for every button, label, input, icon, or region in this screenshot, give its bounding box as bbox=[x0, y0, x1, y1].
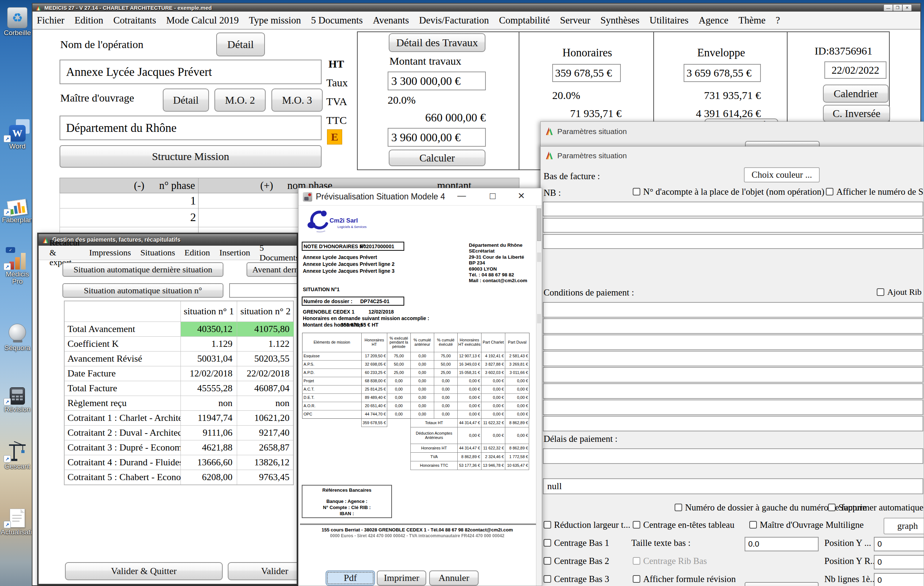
imprimer-button[interactable]: Imprimer bbox=[377, 571, 426, 586]
operation-input[interactable]: Annexe Lycée Jacques Prévert bbox=[59, 60, 322, 84]
centrage-bas3-checkbox[interactable] bbox=[544, 575, 551, 583]
valider-button[interactable]: Valider bbox=[228, 562, 298, 580]
menu-item[interactable]: Agence bbox=[698, 15, 728, 26]
menu-item[interactable]: Thème bbox=[739, 15, 766, 26]
detail-travaux-button[interactable]: Détail des Travaux bbox=[389, 33, 485, 52]
null-field[interactable]: null bbox=[543, 478, 923, 494]
desktop-icon-corbeille[interactable]: ♻ Corbeille bbox=[1, 6, 34, 36]
avenant-dernier-button[interactable]: Avenant dernier p bbox=[246, 262, 298, 277]
formule-revision-checkbox[interactable] bbox=[633, 575, 640, 583]
menu-item[interactable]: Insertion bbox=[219, 248, 250, 258]
close-button[interactable]: ✕ bbox=[903, 4, 912, 11]
gestion-table-row[interactable]: Cotraitant 2 : Duval - Architecture 9111… bbox=[64, 425, 293, 440]
situation-auto-n-button[interactable]: Situation automatique situation n° bbox=[63, 283, 223, 298]
preview-maximize-button[interactable]: □ bbox=[490, 190, 495, 202]
taille-texte-input[interactable]: 0.0 bbox=[745, 537, 818, 551]
calendrier-button[interactable]: Calendrier bbox=[823, 84, 889, 103]
numero-situation-checkbox[interactable] bbox=[826, 188, 833, 195]
menu-item[interactable]: Fichier bbox=[37, 15, 64, 26]
supprimer-checkbox[interactable] bbox=[828, 503, 836, 511]
honoraires-input[interactable]: 359 678,55 € bbox=[552, 64, 621, 82]
menu-item[interactable]: Devis/Facturation bbox=[419, 15, 489, 26]
menu-item[interactable]: Edition bbox=[74, 15, 103, 26]
menu-item[interactable]: ? bbox=[776, 15, 780, 26]
nb-lignes-input[interactable]: 0 bbox=[874, 573, 924, 586]
situation-n-input[interactable] bbox=[229, 283, 298, 298]
conditions-field[interactable] bbox=[543, 367, 923, 382]
gestion-table-row[interactable]: Cotraitant 4 : Durand - Fluides 13666,60… bbox=[64, 455, 293, 470]
dossier-gauche-checkbox[interactable] bbox=[675, 503, 682, 511]
menu-item[interactable]: 5 Documents bbox=[259, 243, 298, 263]
valider-quitter-button[interactable]: Valider & Quitter bbox=[65, 562, 223, 580]
conditions-field[interactable] bbox=[543, 334, 923, 350]
conditions-field[interactable] bbox=[543, 351, 923, 366]
phase-plus[interactable]: (+) bbox=[260, 180, 273, 192]
position-yr-input[interactable]: 0 bbox=[874, 555, 924, 569]
desktop-icon-sequora[interactable]: Séquora bbox=[1, 321, 34, 351]
menu-item[interactable]: Synthèses bbox=[600, 15, 639, 26]
choix-couleur-button[interactable]: Choix couleur ... bbox=[744, 167, 820, 182]
conditions-field[interactable] bbox=[543, 383, 923, 399]
conditions-field[interactable] bbox=[543, 400, 923, 415]
gestion-table-row[interactable]: Cotraitant 3 : Dupré - Economiste 4621,8… bbox=[64, 440, 293, 455]
partial-button[interactable] bbox=[745, 141, 820, 147]
owner-detail-button[interactable]: Détail bbox=[163, 88, 209, 112]
menu-item[interactable]: Avenants bbox=[373, 15, 409, 26]
col-header[interactable]: situation n° 1 bbox=[181, 301, 237, 321]
desktop-icon-revision[interactable]: ↗ Révision bbox=[1, 382, 34, 413]
desktop-icon-actualisation[interactable]: ↗ Actualisation bbox=[1, 505, 34, 536]
col-header[interactable]: situation n° 2 bbox=[237, 301, 294, 321]
menu-item[interactable]: Edition bbox=[185, 248, 210, 258]
nb-field[interactable] bbox=[543, 202, 923, 217]
desktop-icon-word[interactable]: W ↗ Word bbox=[1, 119, 34, 150]
gestion-table-row[interactable]: Cotraitant 1 : Charlet - Architecte 1194… bbox=[64, 411, 293, 425]
preview-close-button[interactable]: × bbox=[518, 189, 525, 202]
menu-item[interactable]: Utilitaires bbox=[649, 15, 688, 26]
menu-item[interactable]: Impressions bbox=[89, 248, 131, 258]
menu-item[interactable]: Type mission bbox=[249, 15, 301, 26]
gestion-table-row[interactable]: Coefficient K 1.129 1.122 bbox=[64, 336, 293, 351]
ajout-rib-checkbox[interactable] bbox=[877, 288, 884, 296]
conditions-field[interactable] bbox=[543, 318, 923, 334]
enveloppe-input[interactable]: 3 659 678,55 € bbox=[684, 64, 761, 82]
position-y-input[interactable]: 0 bbox=[874, 537, 924, 551]
centrage-entetes-checkbox[interactable] bbox=[633, 521, 640, 528]
date-input[interactable]: 22/02/2022 bbox=[824, 61, 886, 79]
menu-item[interactable]: 5 Documents bbox=[311, 15, 363, 26]
montant-travaux-input[interactable]: 3 300 000,00 € bbox=[388, 71, 486, 90]
minimize-button[interactable]: — bbox=[884, 4, 893, 11]
gestion-table-row[interactable]: Règlement reçu non non bbox=[64, 396, 293, 411]
mo3-button[interactable]: M.O. 3 bbox=[271, 88, 323, 112]
conditions-field[interactable] bbox=[543, 302, 923, 318]
pdf-button[interactable]: Pdf bbox=[325, 571, 375, 586]
menu-item[interactable]: Serveur bbox=[560, 15, 591, 26]
graph-button[interactable]: graph bbox=[884, 518, 924, 534]
situation-auto-derniere-button[interactable]: Situation automatique dernière situation bbox=[63, 262, 223, 277]
menu-item[interactable]: Mode Calcul 2019 bbox=[166, 15, 239, 26]
menu-item[interactable]: Cotraitants bbox=[113, 15, 156, 26]
centrage-bas1-checkbox[interactable] bbox=[544, 539, 551, 546]
gestion-table-row[interactable]: Avancement Révisé 50031,04 50203,55 bbox=[64, 351, 293, 366]
desktop-icon-faberplan[interactable]: ↗ Faberplan bbox=[1, 193, 34, 223]
annuler-button[interactable]: Annuler bbox=[429, 571, 478, 586]
c-inversee-button[interactable]: C. Inversée bbox=[823, 105, 890, 122]
operation-detail-button[interactable]: Détail bbox=[216, 33, 265, 56]
mo2-button[interactable]: M.O. 2 bbox=[214, 88, 266, 112]
phase-minus[interactable]: (-) bbox=[134, 180, 144, 192]
centrage-bas2-checkbox[interactable] bbox=[544, 557, 551, 564]
gestion-table-row[interactable]: Date Facture 12/02/2018 22/02/2018 bbox=[64, 366, 293, 381]
partial-bottom-button[interactable] bbox=[745, 582, 818, 586]
desktop-icon-gescant[interactable]: ↗ Gescant bbox=[1, 439, 34, 470]
scrollbar-thumb[interactable] bbox=[537, 209, 541, 241]
conditions-field[interactable] bbox=[543, 416, 923, 431]
gestion-table-row[interactable]: Total Facture 45555,28 46087,04 bbox=[64, 381, 293, 396]
travaux-ttc-input[interactable]: 3 960 000,00 € bbox=[388, 128, 486, 147]
structure-mission-button[interactable]: Structure Mission bbox=[59, 145, 322, 168]
gestion-table-row[interactable]: Total Avancement 40350,12 41075,80 bbox=[64, 321, 293, 336]
desktop-icon-medicis-pro[interactable]: ✓ ↗ Médicis Pro bbox=[1, 247, 34, 285]
menu-item[interactable]: Situations bbox=[140, 248, 175, 258]
preview-minimize-button[interactable]: — bbox=[457, 190, 466, 200]
owner-input[interactable]: Département du Rhône bbox=[59, 116, 322, 140]
mo-multiligne-checkbox[interactable] bbox=[749, 521, 757, 528]
reduction-checkbox[interactable] bbox=[544, 521, 551, 528]
